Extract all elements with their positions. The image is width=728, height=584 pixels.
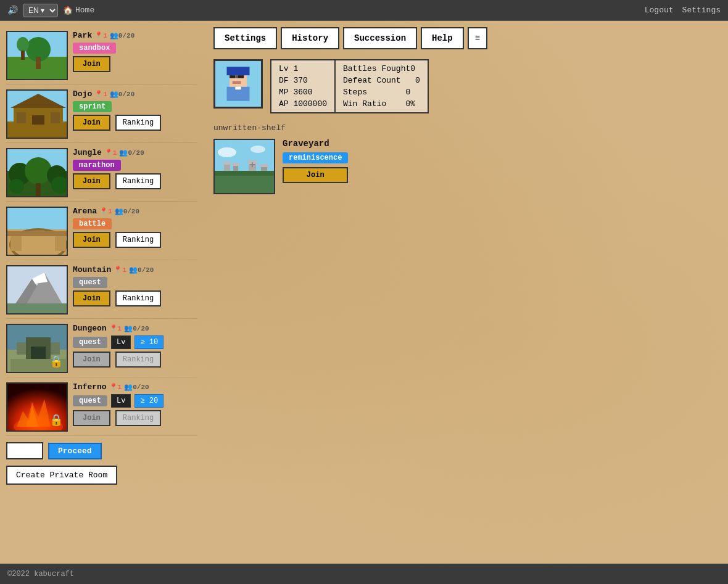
graveyard-image — [213, 139, 275, 194]
logout-button[interactable]: Logout — [645, 6, 674, 15]
room-title: Dojo 📍1 👥0/20 — [73, 89, 197, 99]
room-name: Dungeon — [73, 324, 107, 333]
room-buttons: Join Ranking — [73, 410, 197, 426]
svg-rect-64 — [260, 164, 268, 167]
player-name: unwritten-shelf — [213, 123, 718, 133]
topbar-right: Logout Settings — [645, 6, 721, 15]
room-title: Park 📍1 👥0/20 — [73, 31, 197, 40]
room-name: Dojo — [73, 89, 92, 99]
room-tag: sandbox — [73, 43, 116, 54]
ranking-button[interactable]: Ranking — [115, 115, 161, 131]
player-section: Lv 1 DF 370 MP 3600 AP 1000000 Battles F… — [213, 59, 718, 113]
svg-rect-5 — [21, 51, 25, 60]
pin-icon: 📍1 — [109, 383, 122, 391]
room-image — [6, 265, 68, 315]
room-name: Park — [73, 31, 92, 40]
svg-rect-66 — [250, 164, 255, 165]
ranking-button[interactable]: Ranking — [115, 232, 161, 248]
menu-button[interactable]: ≡ — [468, 27, 487, 49]
join-button[interactable]: Join — [73, 232, 110, 248]
defeat-count: Defeat Count 0 — [343, 76, 420, 85]
home-link[interactable]: 🏠 Home — [63, 6, 94, 15]
svg-rect-58 — [223, 162, 231, 165]
player-level: Lv 1 — [279, 64, 327, 73]
svg-rect-21 — [7, 208, 68, 229]
room-name: Arena — [73, 207, 97, 216]
people-icon: 👥0/20 — [124, 383, 149, 391]
room-buttons: Join Ranking — [73, 290, 197, 306]
room-details: Inferno 📍1 👥0/20 quest Lv ≥ 20 Join Rank… — [68, 382, 197, 426]
pin-icon: 📍1 — [104, 149, 117, 157]
room-tag: battle — [73, 218, 112, 229]
ranking-button[interactable]: Ranking — [115, 290, 161, 306]
svg-point-16 — [25, 157, 52, 184]
join-button[interactable]: Join — [73, 290, 110, 306]
svg-point-56 — [250, 146, 265, 153]
join-button[interactable]: Join — [73, 410, 110, 426]
svg-rect-36 — [17, 342, 26, 355]
join-button[interactable]: Join — [73, 115, 110, 131]
room-image: 🔒 — [6, 324, 68, 373]
ranking-button[interactable]: Ranking — [115, 410, 161, 426]
lock-icon: 🔒 — [49, 413, 63, 427]
create-private-room-button[interactable]: Create Private Room — [6, 466, 117, 485]
svg-rect-37 — [51, 342, 60, 355]
room-image — [6, 148, 68, 197]
topbar-left: 🔊 EN ▾ 🏠 Home — [7, 4, 639, 17]
help-button[interactable]: Help — [421, 27, 464, 49]
svg-rect-68 — [215, 171, 275, 176]
room-buttons: Join Ranking — [73, 232, 197, 248]
stats-left: Lv 1 DF 370 MP 3600 AP 1000000 — [271, 60, 336, 112]
room-title: Jungle 📍1 👥0/20 — [73, 148, 197, 157]
lv-badge: Lv — [111, 394, 131, 408]
room-name: Inferno — [73, 382, 107, 392]
graveyard-join-button[interactable]: Join — [283, 167, 348, 183]
room-buttons: Join Ranking — [73, 173, 197, 189]
graveyard-tag: reminiscence — [283, 152, 348, 163]
svg-rect-12 — [51, 112, 60, 123]
svg-rect-47 — [227, 67, 250, 75]
bottom-controls: Proceed Create Private Room — [6, 437, 197, 490]
proceed-input[interactable] — [6, 442, 43, 459]
room-tag: quest — [73, 395, 107, 406]
room-row: 🔒 Dungeon 📍1 👥0/20 quest Lv ≥ 10 Join Ra… — [6, 320, 197, 377]
sound-icon[interactable]: 🔊 — [7, 5, 18, 15]
settings-topbar-button[interactable]: Settings — [682, 6, 721, 15]
svg-rect-11 — [17, 112, 26, 123]
language-select[interactable]: EN ▾ — [23, 4, 58, 17]
player-df: DF 370 — [279, 76, 327, 85]
ranking-button[interactable]: Ranking — [115, 352, 161, 368]
lv-req: ≥ 10 — [134, 335, 163, 349]
stats-right: Battles Fought0 Defeat Count 0 Steps 0 W… — [336, 60, 428, 112]
room-row: Dojo 📍1 👥0/20 sprint Join Ranking — [6, 86, 197, 143]
join-button[interactable]: Join — [73, 56, 110, 72]
room-details: Arena 📍1 👥0/20 battle Join Ranking — [68, 207, 197, 248]
svg-rect-52 — [235, 87, 241, 90]
footer: ©2022 kabucraft — [0, 564, 728, 584]
join-button[interactable]: Join — [73, 173, 110, 189]
people-icon: 👥0/20 — [124, 324, 149, 332]
room-details: Dojo 📍1 👥0/20 sprint Join Ranking — [68, 89, 197, 131]
room-row: Arena 📍1 👥0/20 battle Join Ranking — [6, 203, 197, 260]
room-image: 🔒 — [6, 382, 68, 432]
proceed-button[interactable]: Proceed — [48, 443, 102, 459]
player-ap: AP 1000000 — [279, 99, 327, 109]
svg-rect-60 — [232, 163, 239, 166]
people-icon: 👥0/20 — [119, 149, 144, 157]
join-button[interactable]: Join — [73, 352, 110, 368]
player-mp: MP 3600 — [279, 88, 327, 97]
room-image — [6, 207, 68, 256]
svg-point-19 — [9, 179, 24, 194]
room-tag: sprint — [73, 101, 112, 112]
graveyard-title: Graveyard — [283, 139, 348, 149]
ranking-button[interactable]: Ranking — [115, 173, 161, 189]
player-avatar — [213, 59, 263, 109]
proceed-row: Proceed — [6, 442, 197, 459]
people-icon: 👥0/20 — [115, 207, 139, 215]
room-title: Arena 📍1 👥0/20 — [73, 207, 197, 216]
succession-button[interactable]: Succession — [343, 27, 417, 49]
settings-button[interactable]: Settings — [213, 27, 277, 49]
room-row: 🔒 Inferno 📍1 👥0/20 quest Lv ≥ 20 Join Ra… — [6, 379, 197, 436]
history-button[interactable]: History — [281, 27, 339, 49]
svg-rect-26 — [7, 231, 68, 236]
